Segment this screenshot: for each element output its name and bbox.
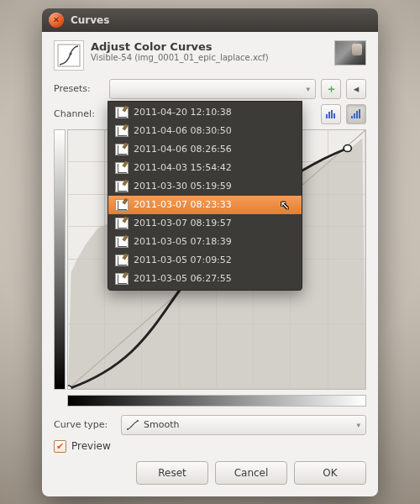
curve-type-value: Smooth bbox=[144, 419, 179, 430]
histogram-linear-icon bbox=[325, 109, 337, 119]
svg-rect-3 bbox=[328, 112, 330, 118]
channel-label: Channel: bbox=[54, 108, 104, 119]
preset-edit-icon bbox=[115, 218, 129, 229]
close-icon: ✕ bbox=[53, 16, 60, 24]
svg-rect-0 bbox=[58, 45, 80, 66]
close-button[interactable]: ✕ bbox=[49, 13, 64, 28]
svg-rect-7 bbox=[354, 113, 355, 118]
output-gradient bbox=[54, 129, 66, 390]
svg-rect-4 bbox=[331, 110, 333, 118]
preset-item[interactable]: 2011-03-05 07:18:39 bbox=[108, 233, 302, 251]
ok-button[interactable]: OK bbox=[294, 461, 366, 485]
cancel-button[interactable]: Cancel bbox=[215, 461, 287, 485]
preset-edit-icon bbox=[115, 181, 129, 192]
titlebar[interactable]: ✕ Curves bbox=[42, 8, 378, 32]
presets-dropdown[interactable]: 2011-04-20 12:10:382011-04-06 08:30:5020… bbox=[108, 101, 302, 291]
preset-item-label: 2011-04-20 12:10:38 bbox=[134, 107, 232, 118]
header-row: Adjust Color Curves Visible-54 (img_0001… bbox=[54, 40, 366, 71]
svg-rect-9 bbox=[359, 109, 360, 118]
preset-item[interactable]: 2011-03-05 06:27:55 bbox=[108, 270, 302, 288]
preview-checkbox[interactable]: ✔ bbox=[54, 440, 66, 453]
presets-label: Presets: bbox=[54, 83, 104, 94]
histogram-linear-button[interactable] bbox=[321, 104, 341, 124]
preset-item-label: 2011-04-06 08:30:50 bbox=[134, 125, 232, 136]
plus-icon: ＋ bbox=[326, 81, 337, 97]
menu-arrow-icon: ◂ bbox=[354, 82, 360, 95]
histogram-log-icon bbox=[350, 109, 362, 119]
add-preset-button[interactable]: ＋ bbox=[321, 79, 341, 99]
preset-edit-icon bbox=[115, 199, 129, 211]
curves-tool-icon bbox=[54, 40, 84, 71]
preset-item-label: 2011-03-07 08:19:57 bbox=[134, 218, 232, 228]
image-thumbnail bbox=[334, 40, 366, 66]
chevron-down-icon: ▾ bbox=[356, 421, 360, 429]
preset-item[interactable]: 2011-03-05 07:09:52 bbox=[108, 251, 302, 270]
curve-type-row: Curve type: Smooth ▾ bbox=[54, 415, 366, 435]
input-gradient bbox=[67, 395, 366, 407]
preset-menu-button[interactable]: ◂ bbox=[346, 79, 366, 99]
button-row: Reset Cancel OK bbox=[54, 461, 366, 485]
preset-edit-icon bbox=[115, 236, 129, 248]
smooth-curve-icon bbox=[127, 420, 139, 430]
reset-button[interactable]: Reset bbox=[136, 461, 208, 485]
dialog-content: Adjust Color Curves Visible-54 (img_0001… bbox=[42, 32, 378, 496]
presets-combo[interactable]: ▾ bbox=[109, 79, 316, 99]
preset-item-label: 2011-03-30 05:19:59 bbox=[134, 181, 232, 192]
preset-item[interactable]: 2011-04-06 08:26:56 bbox=[108, 140, 302, 159]
cursor-icon: ↖ bbox=[280, 198, 290, 212]
dialog-subtitle: Visible-54 (img_0001_01_epic_laplace.xcf… bbox=[91, 53, 328, 62]
histogram-log-button[interactable] bbox=[346, 104, 366, 124]
curve-type-label: Curve type: bbox=[54, 419, 116, 430]
dialog-heading: Adjust Color Curves bbox=[91, 40, 328, 53]
chevron-down-icon: ▾ bbox=[306, 85, 310, 93]
preset-item-label: 2011-04-06 08:26:56 bbox=[134, 144, 232, 155]
svg-rect-8 bbox=[356, 111, 358, 118]
preset-edit-icon bbox=[115, 273, 129, 285]
header-text: Adjust Color Curves Visible-54 (img_0001… bbox=[91, 40, 328, 62]
svg-point-1 bbox=[70, 52, 72, 55]
preset-edit-icon bbox=[115, 162, 129, 174]
window-title: Curves bbox=[71, 14, 109, 26]
svg-point-14 bbox=[127, 428, 129, 430]
preset-edit-icon bbox=[115, 144, 129, 155]
preset-item[interactable]: 2011-04-03 15:54:42 bbox=[108, 159, 302, 177]
preset-item-label: 2011-03-07 08:23:33 bbox=[134, 199, 232, 210]
preset-item[interactable]: 2011-03-07 08:19:57 bbox=[108, 214, 302, 233]
preset-item-label: 2011-03-05 07:09:52 bbox=[134, 255, 232, 265]
preview-label: Preview bbox=[71, 440, 111, 452]
preset-item-label: 2011-03-05 07:18:39 bbox=[134, 236, 232, 247]
svg-rect-6 bbox=[351, 116, 353, 118]
preset-item[interactable]: 2011-03-30 05:19:59 bbox=[108, 177, 302, 196]
presets-row: Presets: ▾ ＋ ◂ bbox=[54, 79, 366, 99]
preset-item[interactable]: 2011-04-06 08:30:50 bbox=[108, 122, 302, 140]
svg-rect-2 bbox=[326, 114, 328, 118]
preview-row: ✔ Preview bbox=[54, 440, 366, 453]
preset-item-label: 2011-04-03 15:54:42 bbox=[134, 162, 232, 173]
preset-edit-icon bbox=[115, 125, 129, 137]
preset-edit-icon bbox=[115, 255, 129, 266]
svg-rect-5 bbox=[333, 113, 335, 118]
preset-item[interactable]: 2011-04-20 12:10:38 bbox=[108, 103, 302, 122]
svg-point-13 bbox=[344, 144, 351, 151]
preset-item-label: 2011-03-05 06:27:55 bbox=[134, 273, 232, 284]
curve-type-combo[interactable]: Smooth ▾ bbox=[121, 415, 366, 435]
curves-dialog: ✕ Curves Adjust Color Curves Visible-54 … bbox=[42, 8, 378, 496]
svg-point-15 bbox=[137, 420, 139, 422]
preset-item[interactable]: 2011-03-07 08:23:33↖ bbox=[108, 196, 302, 214]
preset-edit-icon bbox=[115, 107, 129, 118]
